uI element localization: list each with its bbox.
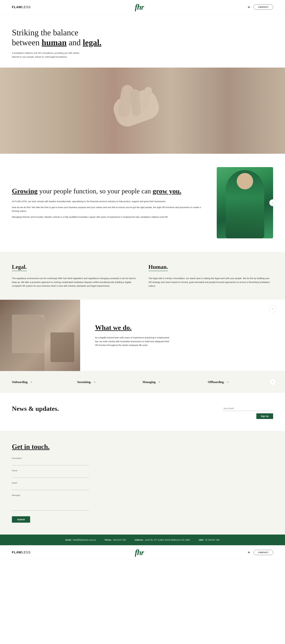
nav-logo-left[interactable]: FLAWLESS (12, 5, 31, 9)
news-title: News & updates. (12, 405, 59, 412)
email-input[interactable] (12, 485, 89, 490)
contact-button[interactable]: CONTACT (254, 4, 273, 10)
grow-you-phrase: grow you. (153, 187, 181, 195)
wwd-title: What we do. (95, 324, 270, 332)
about-para1: At FLAW LESS, we work closely with leade… (12, 200, 205, 203)
service-managing[interactable]: Managing. + (142, 380, 208, 384)
service-managing-plus: + (159, 380, 161, 384)
bottom-logo-left[interactable]: FLAWLESS (12, 550, 31, 554)
legal-human-section: Legal. The regulatory environment can be… (0, 252, 285, 300)
form-group-message: Message* (12, 494, 273, 511)
footer: Email: hello@flawlesshr.com.au Phone: 04… (0, 534, 285, 545)
contact-title: Get in touch. (12, 443, 273, 450)
phone-input[interactable] (12, 472, 89, 478)
hero-section: Striking the balance between human and l… (0, 14, 148, 68)
about-headline: Growing your people function, so your pe… (12, 187, 205, 196)
service-onboarding-plus: + (30, 380, 32, 384)
hero-description: A workplace relations and HR consultancy… (12, 51, 86, 59)
hero-legal-word: legal. (83, 38, 101, 47)
service-managing-label: Managing. (142, 380, 156, 384)
scroll-up-button-3[interactable]: ↑ (269, 378, 276, 386)
about-para2: How do we do this? We take the time to g… (12, 206, 205, 213)
services-section: Onboarding. + Sustaining. + Managing. + … (0, 371, 285, 393)
footer-email: Email: hello@flawlesshr.com.au (65, 539, 96, 541)
form-group-phone: Phone (12, 470, 273, 478)
wwd-section: What we do. As a legally trained team wi… (0, 300, 285, 371)
wwd-body: As a legally trained team with years of … (95, 336, 172, 347)
submit-button[interactable]: Submit (12, 516, 30, 523)
service-offboarding-label: Offboarding. (208, 380, 225, 384)
hero-human-word: human (42, 38, 67, 47)
bottom-contact-button[interactable]: CONTACT (254, 550, 273, 555)
contact-form: First Name* Phone Email* Message* Submit (12, 457, 273, 523)
bottom-linkedin-icon[interactable]: in (248, 551, 250, 554)
service-sustaining-label: Sustaining. (77, 380, 91, 384)
news-email-input[interactable] (223, 406, 273, 411)
service-offboarding-plus: + (227, 380, 229, 384)
news-signup-button[interactable]: Sign Up (256, 413, 273, 419)
top-nav: FLAWLESS fhr in CONTACT (0, 0, 285, 14)
footer-abn: ABN: 25 189 847 495 (199, 539, 220, 541)
scroll-up-button-2[interactable]: ↑ (269, 306, 276, 312)
hero-image (0, 68, 285, 154)
message-textarea[interactable] (12, 497, 89, 511)
bottom-nav-right: in CONTACT (248, 550, 273, 555)
service-onboarding[interactable]: Onboarding. + (12, 380, 77, 384)
about-section: Growing your people function, so your pe… (0, 154, 285, 252)
news-section: News & updates. Sign Up (0, 393, 285, 431)
service-sustaining[interactable]: Sustaining. + (77, 380, 142, 384)
footer-phone: Phone: 0423 872 760 (105, 539, 126, 541)
service-sustaining-plus: + (94, 380, 96, 384)
wwd-wrapper: What we do. As a legally trained team wi… (0, 300, 285, 371)
bottom-nav: FLAWLESS fhr in CONTACT (0, 545, 285, 560)
human-title: Human. (148, 264, 168, 271)
legal-body: The regulatory environment can be confus… (12, 276, 137, 288)
message-label: Message* (12, 494, 273, 496)
about-text: Growing your people function, so your pe… (12, 187, 205, 219)
nav-logo-center[interactable]: fhr (135, 3, 144, 12)
service-onboarding-label: Onboarding. (12, 380, 28, 384)
services-wrapper: Onboarding. + Sustaining. + Managing. + … (0, 371, 285, 393)
about-para3: Managing Director and Founder, Mariah Lo… (12, 215, 205, 219)
growing-word: Growing (12, 187, 37, 195)
scroll-up-button[interactable]: ↑ (269, 199, 276, 206)
news-signup-area: Sign Up (223, 405, 273, 419)
legal-title: Legal. (12, 264, 27, 271)
wwd-text: What we do. As a legally trained team wi… (80, 300, 285, 371)
nav-right: in CONTACT (248, 4, 273, 10)
firstname-label: First Name* (12, 457, 273, 460)
wwd-office-image (0, 300, 80, 371)
bottom-logo-center[interactable]: fhr (135, 548, 144, 557)
linkedin-icon[interactable]: in (248, 6, 250, 8)
contact-section: Get in touch. First Name* Phone Email* M… (0, 431, 285, 534)
phone-label: Phone (12, 470, 273, 472)
hero-headline: Striking the balance between human and l… (12, 28, 137, 48)
human-column: Human. The legal side is merely a founda… (148, 264, 273, 288)
footer-address: Address: Level 35, 477 Collins Street Me… (135, 539, 190, 541)
form-group-email: Email* (12, 482, 273, 490)
about-section-wrapper: Growing your people function, so your pe… (0, 154, 285, 252)
firstname-input[interactable] (12, 460, 89, 465)
news-header: News & updates. Sign Up (12, 405, 273, 419)
human-body: The legal side is merely a foundation; o… (148, 276, 273, 288)
service-offboarding[interactable]: Offboarding. + (208, 380, 273, 384)
legal-column: Legal. The regulatory environment can be… (12, 264, 137, 288)
about-person-image (217, 167, 273, 238)
form-group-firstname: First Name* (12, 457, 273, 465)
email-label: Email* (12, 482, 273, 484)
